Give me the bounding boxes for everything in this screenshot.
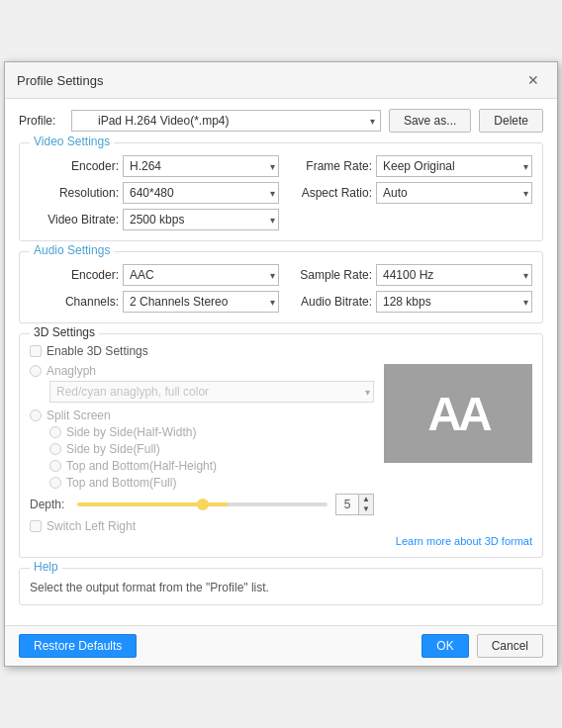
- sample-rate-label: Sample Rate:: [283, 268, 372, 282]
- frame-rate-label: Frame Rate:: [283, 159, 372, 173]
- encoder-row: Encoder: H.264: [30, 155, 279, 177]
- frame-rate-select[interactable]: Keep Original: [376, 155, 532, 177]
- audio-encoder-row: Encoder: AAC: [30, 264, 279, 286]
- depth-increment-button[interactable]: ▲: [359, 495, 373, 504]
- dialog-footer: Restore Defaults OK Cancel: [5, 625, 557, 666]
- profile-row: Profile: iPad H.264 Video(*.mp4) Save as…: [19, 109, 543, 133]
- threed-preview: AA: [384, 364, 532, 463]
- aspect-ratio-select[interactable]: Auto: [376, 182, 532, 204]
- anaglyph-select-wrapper: Red/cyan anaglyph, full color: [49, 381, 374, 403]
- video-bitrate-label: Video Bitrate:: [30, 213, 119, 227]
- channels-select[interactable]: 2 Channels Stereo: [123, 291, 279, 313]
- split-screen-radio[interactable]: [30, 410, 42, 421]
- top-bottom-half-row: Top and Bottom(Half-Height): [49, 459, 374, 473]
- depth-spinner-buttons: ▲ ▼: [358, 495, 373, 514]
- depth-spinner: ▲ ▼: [335, 494, 374, 515]
- audio-form-grid: Encoder: AAC Channels: 2 Cha: [30, 264, 532, 313]
- resolution-select-wrapper: 640*480: [123, 182, 279, 204]
- video-right-col: Frame Rate: Keep Original Aspect Ratio:: [283, 155, 532, 230]
- switch-row: Switch Left Right: [30, 519, 374, 533]
- audio-left-col: Encoder: AAC Channels: 2 Cha: [30, 264, 279, 313]
- dialog-body: Profile: iPad H.264 Video(*.mp4) Save as…: [5, 99, 557, 625]
- threed-left-panel: Anaglyph Red/cyan anaglyph, full color S…: [30, 364, 374, 533]
- learn-more-link[interactable]: Learn more about 3D format: [30, 535, 532, 547]
- encoder-select-wrapper: H.264: [123, 155, 279, 177]
- audio-settings-title: Audio Settings: [30, 243, 114, 257]
- video-settings-title: Video Settings: [30, 135, 114, 148]
- sample-rate-select[interactable]: 44100 Hz: [376, 264, 532, 286]
- threed-settings-title: 3D Settings: [30, 325, 99, 339]
- split-screen-radio-row: Split Screen: [30, 409, 374, 422]
- resolution-label: Resolution:: [30, 186, 119, 200]
- profile-select-wrapper: iPad H.264 Video(*.mp4): [71, 110, 381, 132]
- ok-button[interactable]: OK: [422, 634, 468, 658]
- enable-3d-checkbox[interactable]: [30, 345, 42, 357]
- frame-rate-row: Frame Rate: Keep Original: [283, 155, 532, 177]
- encoder-label: Encoder:: [30, 159, 119, 173]
- profile-select[interactable]: iPad H.264 Video(*.mp4): [71, 110, 381, 132]
- aspect-ratio-row: Aspect Ratio: Auto: [283, 182, 532, 204]
- depth-decrement-button[interactable]: ▼: [359, 504, 373, 514]
- anaglyph-radio[interactable]: [30, 365, 42, 377]
- channels-select-wrapper: 2 Channels Stereo: [123, 291, 279, 313]
- audio-encoder-select[interactable]: AAC: [123, 264, 279, 286]
- threed-preview-text: AA: [427, 387, 488, 441]
- sample-rate-select-wrapper: 44100 Hz: [376, 264, 532, 286]
- top-bottom-half-label: Top and Bottom(Half-Height): [66, 459, 217, 473]
- cancel-button[interactable]: Cancel: [477, 634, 543, 658]
- top-bottom-full-row: Top and Bottom(Full): [49, 476, 374, 490]
- top-bottom-full-label: Top and Bottom(Full): [66, 476, 176, 490]
- sample-rate-row: Sample Rate: 44100 Hz: [283, 264, 532, 286]
- anaglyph-label: Anaglyph: [47, 364, 96, 378]
- title-bar-left: Profile Settings: [17, 73, 103, 88]
- audio-encoder-select-wrapper: AAC: [123, 264, 279, 286]
- footer-right-buttons: OK Cancel: [422, 634, 543, 658]
- video-bitrate-row: Video Bitrate: 2500 kbps: [30, 209, 279, 230]
- video-settings-section: Video Settings Encoder: H.264: [19, 142, 543, 241]
- title-bar: Profile Settings ✕: [5, 62, 557, 99]
- resolution-select[interactable]: 640*480: [123, 182, 279, 204]
- enable-3d-label: Enable 3D Settings: [47, 344, 148, 358]
- profile-settings-dialog: Profile Settings ✕ Profile: iPad H.264 V…: [4, 61, 558, 667]
- aspect-ratio-label: Aspect Ratio:: [283, 186, 372, 200]
- resolution-row: Resolution: 640*480: [30, 182, 279, 204]
- audio-encoder-label: Encoder:: [30, 268, 119, 282]
- save-as-button[interactable]: Save as...: [389, 109, 471, 133]
- help-text: Select the output format from the "Profi…: [30, 581, 532, 594]
- depth-slider[interactable]: [77, 502, 328, 506]
- side-by-side-full-row: Side by Side(Full): [49, 442, 374, 456]
- delete-button[interactable]: Delete: [479, 109, 543, 133]
- threed-settings-content: Enable 3D Settings Anaglyph Red/cyan ana…: [30, 344, 532, 547]
- video-bitrate-select[interactable]: 2500 kbps: [123, 209, 279, 230]
- restore-defaults-button[interactable]: Restore Defaults: [19, 634, 137, 658]
- depth-row: Depth: ▲ ▼: [30, 494, 374, 515]
- help-section: Help Select the output format from the "…: [19, 568, 543, 605]
- encoder-select[interactable]: H.264: [123, 155, 279, 177]
- threed-main-content: Anaglyph Red/cyan anaglyph, full color S…: [30, 364, 532, 533]
- channels-label: Channels:: [30, 295, 119, 309]
- video-settings-content: Encoder: H.264 Resolution: 6: [30, 155, 532, 230]
- anaglyph-select[interactable]: Red/cyan anaglyph, full color: [49, 381, 374, 403]
- depth-label: Depth:: [30, 498, 69, 511]
- video-left-col: Encoder: H.264 Resolution: 6: [30, 155, 279, 230]
- audio-right-col: Sample Rate: 44100 Hz Audio Bitrate:: [283, 264, 532, 313]
- profile-label: Profile:: [19, 114, 63, 128]
- top-bottom-full-radio[interactable]: [49, 477, 61, 489]
- help-title: Help: [30, 560, 62, 574]
- depth-input[interactable]: [336, 497, 358, 512]
- anaglyph-radio-row: Anaglyph: [30, 364, 374, 378]
- side-by-side-full-radio[interactable]: [49, 443, 61, 455]
- audio-settings-section: Audio Settings Encoder: AAC: [19, 251, 543, 323]
- audio-bitrate-row: Audio Bitrate: 128 kbps: [283, 291, 532, 313]
- enable-3d-row: Enable 3D Settings: [30, 344, 532, 358]
- video-bitrate-select-wrapper: 2500 kbps: [123, 209, 279, 230]
- switch-left-right-label: Switch Left Right: [47, 519, 136, 533]
- side-by-side-half-label: Side by Side(Half-Width): [66, 425, 196, 439]
- side-by-side-full-label: Side by Side(Full): [66, 442, 160, 456]
- close-button[interactable]: ✕: [521, 70, 545, 90]
- switch-left-right-checkbox[interactable]: [30, 520, 42, 532]
- audio-bitrate-select[interactable]: 128 kbps: [376, 291, 532, 313]
- side-by-side-half-radio[interactable]: [49, 426, 61, 438]
- split-screen-label: Split Screen: [47, 409, 111, 422]
- top-bottom-half-radio[interactable]: [49, 460, 61, 472]
